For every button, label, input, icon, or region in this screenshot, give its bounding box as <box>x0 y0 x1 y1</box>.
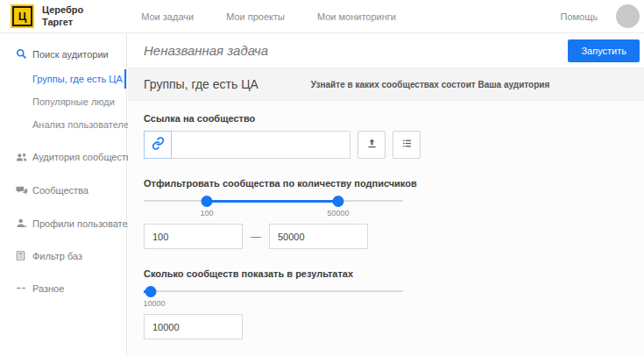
main-nav: Мои задачи Мои проекты Мои мониторинги <box>141 11 396 22</box>
slider-track[interactable] <box>144 290 403 292</box>
sidebar-item-user-profiles[interactable]: Профили пользователей <box>0 211 126 235</box>
search-icon <box>16 48 32 60</box>
slider-min-value: 100 <box>200 209 213 218</box>
sidebar-item-label: Аудитория сообществ <box>32 152 131 162</box>
users-icon <box>16 151 32 163</box>
slider-handle-min[interactable] <box>202 196 213 207</box>
subscribers-range-slider: 100 50000 <box>144 194 403 217</box>
app-logo[interactable]: Ц <box>11 4 34 28</box>
logo-letter: Ц <box>12 6 32 26</box>
sidebar-subitem-popular-people[interactable]: Популярные люди <box>0 90 126 113</box>
sidebar-item-label: Поиск аудитории <box>32 49 109 60</box>
brand-line2: Таргет <box>42 17 83 28</box>
sidebar-subitem-groups-with-ta[interactable]: Группы, где есть ЦА <box>0 68 126 90</box>
slider-max-value: 50000 <box>327 209 349 218</box>
results-count-label: Сколько сообществ показать в результатах <box>144 268 628 279</box>
upload-file-button[interactable] <box>357 131 386 159</box>
user-avatar[interactable] <box>616 4 640 28</box>
slider-handle[interactable] <box>145 286 157 297</box>
results-count-input[interactable] <box>144 314 243 339</box>
results-count-slider: 10000 <box>144 284 403 307</box>
task-form: Ссылка на сообщество Отфильтровать сообщ… <box>128 101 644 339</box>
main-content: Запустить Группы, где есть ЦА Узнайте в … <box>128 33 644 357</box>
sidebar-item-label: Сообщества <box>32 185 88 196</box>
list-select-button[interactable] <box>393 131 421 159</box>
top-header: Ц Церебро Таргет Мои задачи Мои проекты … <box>0 0 644 33</box>
sidebar-item-label: Фильтр баз <box>32 251 82 261</box>
section-title: Группы, где есть ЦА <box>144 77 258 91</box>
nav-my-projects[interactable]: Мои проекты <box>226 11 285 22</box>
brand-line1: Церебро <box>42 4 83 16</box>
sidebar-item-misc[interactable]: Разное <box>0 276 126 300</box>
section-subtitle: Узнайте в каких сообществах состоит Ваша… <box>311 80 549 89</box>
sidebar-item-audience-search[interactable]: Поиск аудитории <box>0 40 126 68</box>
task-title-row: Запустить <box>128 33 644 68</box>
nav-my-tasks[interactable]: Мои задачи <box>141 11 194 22</box>
upload-icon <box>366 138 378 152</box>
task-name-input[interactable] <box>144 43 568 58</box>
community-link-input[interactable] <box>172 131 350 159</box>
sidebar: Поиск аудитории Группы, где есть ЦА Попу… <box>0 33 127 357</box>
help-link[interactable]: Помощь <box>561 11 598 22</box>
link-icon <box>152 137 165 154</box>
results-count-input-row <box>144 314 628 339</box>
slider-value: 10000 <box>143 299 165 308</box>
user-profile-icon <box>16 218 32 229</box>
sidebar-item-base-filter[interactable]: Фильтр баз <box>0 244 126 268</box>
slider-handle-max[interactable] <box>333 196 344 207</box>
sidebar-item-label: Разное <box>32 283 64 294</box>
subscribers-to-input[interactable] <box>269 224 368 249</box>
link-icon-box <box>144 131 172 159</box>
sidebar-item-community-audience[interactable]: Аудитория сообществ <box>0 145 126 169</box>
range-separator: — <box>251 231 261 243</box>
subscribers-filter-label: Отфильтровать сообщества по количеству п… <box>144 178 628 189</box>
sidebar-subitem-user-analysis[interactable]: Анализ пользователей <box>0 113 126 136</box>
brand-name: Церебро Таргет <box>42 4 83 27</box>
community-link-row <box>144 131 628 159</box>
slider-active-segment <box>207 200 338 203</box>
nav-my-monitorings[interactable]: Мои мониторинги <box>317 11 396 22</box>
community-link-label: Ссылка на сообщество <box>144 113 628 124</box>
communities-icon <box>16 184 32 196</box>
list-icon <box>401 138 413 152</box>
run-button[interactable]: Запустить <box>568 39 640 62</box>
subscribers-from-input[interactable] <box>144 224 243 249</box>
sidebar-item-label: Профили пользователей <box>32 218 144 229</box>
section-header: Группы, где есть ЦА Узнайте в каких сооб… <box>128 68 644 101</box>
subscribers-range-inputs: — <box>144 224 628 249</box>
misc-icon <box>16 282 32 294</box>
filter-bases-icon <box>16 250 32 261</box>
sidebar-item-communities[interactable]: Сообщества <box>0 178 126 203</box>
